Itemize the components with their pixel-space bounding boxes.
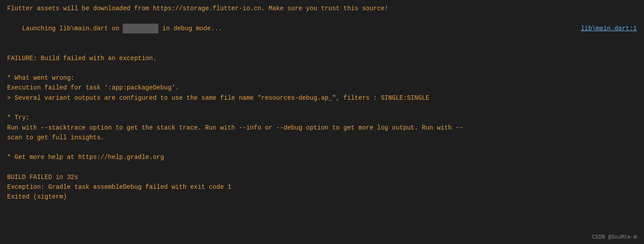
empty-line-3 [7,103,637,113]
line-execution-failed: Execution failed for task ':app:packageD… [7,83,637,93]
line-build-failed: BUILD FAILED in 32s [7,172,637,182]
line-run-stacktrace: Run with --stacktrace option to get the … [7,123,637,133]
device-name-redacted: █████████ [123,24,158,33]
line-exited: Exited (sigterm) [7,192,637,202]
line-get-help: * Get more help at https://help.gradle.o… [7,152,637,162]
empty-line-5 [7,163,637,172]
launching-prefix: Launching lib\main.dart on [22,25,123,32]
empty-line-2 [7,63,637,73]
file-link[interactable]: lib\main.dart:1 [581,24,637,33]
watermark-text: CSDN @SouMte-W [592,234,637,240]
line-launching: Launching lib\main.dart on █████████ in … [7,13,637,43]
line-exception: Exception: Gradle task assembleDebug fai… [7,182,637,192]
line-scan-insights: scan to get full insights. [7,133,637,142]
line-try-header: * Try: [7,113,637,122]
line-variant-outputs: > Several variant outputs are configured… [7,93,637,103]
line-what-went-wrong-header: * What went wrong: [7,73,637,83]
line-failure: FAILURE: Build failed with an exception. [7,53,637,63]
line-flutter-assets: Flutter assets will be downloaded from h… [7,4,637,13]
empty-line-1 [7,44,637,53]
terminal-window: Flutter assets will be downloaded from h… [0,0,644,244]
launching-suffix: in debug mode... [158,25,222,32]
empty-line-4 [7,142,637,152]
